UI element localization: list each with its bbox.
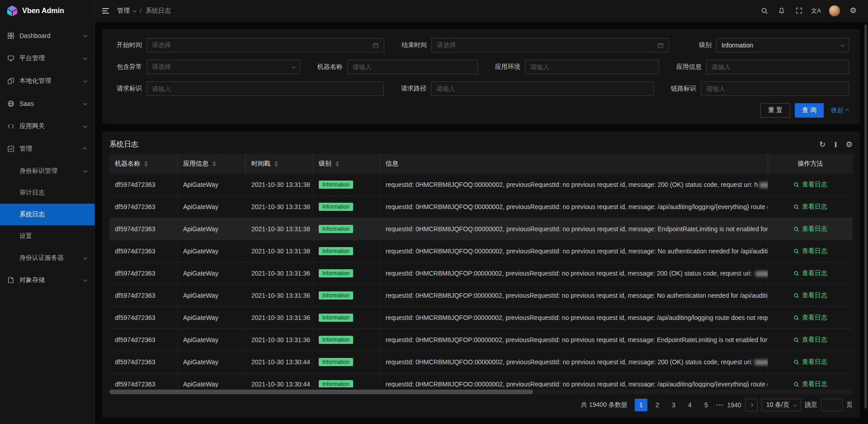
translate-icon[interactable]: 文A bbox=[807, 0, 825, 22]
column-header-4[interactable]: 级别 bbox=[313, 154, 380, 174]
page-button-3[interactable]: 3 bbox=[667, 399, 680, 411]
sidebar-item-gateway[interactable]: 应用网关 bbox=[0, 115, 94, 138]
timestamp-cell: 2021-10-30 13:31:36 bbox=[246, 329, 313, 351]
machine-name-cell: df5974d72363 bbox=[109, 240, 178, 262]
page-button-1[interactable]: 1 bbox=[635, 399, 647, 411]
fullscreen-icon[interactable] bbox=[790, 0, 807, 22]
view-log-link[interactable]: 查看日志 bbox=[793, 358, 827, 366]
sidebar-item-auth-server[interactable]: 身份认证服务器 bbox=[0, 247, 94, 269]
search-icon[interactable] bbox=[756, 0, 773, 22]
sidebar-item-audit-logs[interactable]: 审计日志 bbox=[0, 182, 94, 204]
message-cell: requestId: 0HMCRBM8JQFOP:00000002, previ… bbox=[380, 262, 768, 284]
level-cell: Information bbox=[313, 218, 380, 240]
table-row[interactable]: df5974d72363ApiGateWay2021-10-30 13:31:3… bbox=[109, 307, 853, 329]
page-button-2[interactable]: 2 bbox=[651, 399, 664, 411]
filter-field: 开始时间请选择 bbox=[113, 38, 384, 52]
table-row[interactable]: df5974d72363ApiGateWay2021-10-30 13:31:3… bbox=[109, 262, 853, 285]
vertical-scrollbar-thumb[interactable] bbox=[864, 24, 867, 409]
view-log-link[interactable]: 查看日志 bbox=[793, 247, 827, 255]
sidebar-item-saas[interactable]: Saas bbox=[0, 92, 94, 115]
level-badge: Information bbox=[319, 203, 353, 211]
text-input[interactable] bbox=[347, 60, 478, 74]
breadcrumb-menu[interactable]: 管理 bbox=[117, 7, 136, 15]
text-input[interactable] bbox=[431, 81, 654, 96]
chevron-down-icon bbox=[83, 56, 87, 60]
machine-name-cell: df5974d72363 bbox=[109, 262, 178, 284]
refresh-icon[interactable]: ↻ bbox=[819, 141, 826, 148]
view-log-link[interactable]: 查看日志 bbox=[793, 269, 827, 277]
column-settings-gear-icon[interactable]: ⚙ bbox=[846, 141, 853, 148]
action-cell: 查看日志 bbox=[768, 196, 853, 218]
view-log-link[interactable]: 查看日志 bbox=[793, 314, 827, 322]
message-cell: requestId: 0HMCRBM8JQFOQ:00000002, previ… bbox=[380, 174, 768, 195]
date-input[interactable]: 请选择 bbox=[431, 38, 669, 52]
settings-gear-icon[interactable]: ⚙ bbox=[844, 0, 862, 22]
view-log-link[interactable]: 查看日志 bbox=[793, 336, 827, 344]
notification-bell-icon[interactable] bbox=[773, 0, 790, 22]
view-log-link[interactable]: 查看日志 bbox=[793, 203, 827, 211]
filter-field: 请求路径 bbox=[397, 81, 654, 96]
sidebar-item-localization[interactable]: 本地化管理 bbox=[0, 70, 94, 92]
table-row[interactable]: df5974d72363ApiGateWay2021-10-30 13:31:3… bbox=[109, 196, 853, 218]
table-row[interactable]: df5974d72363ApiGateWay2021-10-30 13:31:3… bbox=[109, 174, 853, 196]
menu-fold-icon[interactable] bbox=[101, 6, 110, 15]
saas-icon bbox=[7, 100, 14, 107]
app-info-cell: ApiGateWay bbox=[178, 262, 246, 284]
text-input[interactable] bbox=[706, 60, 849, 74]
reset-button[interactable]: 重 置 bbox=[760, 103, 790, 118]
page-button-5[interactable]: 5 bbox=[700, 399, 712, 411]
logo-icon bbox=[6, 5, 18, 17]
collapse-filters-link[interactable]: 收起 bbox=[831, 106, 849, 114]
date-input[interactable]: 请选择 bbox=[146, 38, 384, 52]
sidebar-item-dashboard[interactable]: Dashboard bbox=[0, 24, 94, 47]
column-header-2[interactable]: 应用信息 bbox=[178, 154, 246, 174]
column-header-1[interactable]: 机器名称 bbox=[109, 154, 178, 174]
sidebar-menu: Dashboard平台管理本地化管理Saas应用网关管理身份标识管理审计日志系统… bbox=[0, 22, 94, 424]
sort-icon bbox=[212, 161, 216, 167]
table-row[interactable]: df5974d72363ApiGateWay2021-10-30 13:30:4… bbox=[109, 351, 853, 373]
sidebar-item-object-storage[interactable]: 对象存储 bbox=[0, 269, 94, 291]
page-size-select[interactable]: 10 条/页 bbox=[761, 399, 801, 411]
next-page-button[interactable] bbox=[745, 399, 758, 411]
scrollbar-thumb[interactable] bbox=[109, 390, 533, 394]
text-input[interactable] bbox=[525, 60, 659, 74]
user-avatar[interactable] bbox=[829, 5, 840, 17]
view-log-link[interactable]: 查看日志 bbox=[793, 380, 827, 387]
sidebar-item-identity[interactable]: 身份标识管理 bbox=[0, 160, 94, 182]
column-header-3[interactable]: 时间戳 bbox=[246, 154, 313, 174]
table-row[interactable]: df5974d72363ApiGateWay2021-10-30 13:31:3… bbox=[109, 329, 853, 351]
table-row[interactable]: df5974d72363ApiGateWay2021-10-30 13:31:3… bbox=[109, 218, 853, 240]
page-button-1940[interactable]: 1940 bbox=[727, 399, 741, 411]
sidebar-item-platform[interactable]: 平台管理 bbox=[0, 47, 94, 70]
level-badge: Information bbox=[319, 269, 353, 277]
filter-field: 应用信息 bbox=[673, 60, 849, 74]
view-log-link[interactable]: 查看日志 bbox=[793, 225, 827, 233]
page-button-4[interactable]: 4 bbox=[684, 399, 696, 411]
message-cell: requestId: 0HMCRBM8JQFOP:00000002, previ… bbox=[380, 329, 768, 351]
sidebar-item-management[interactable]: 管理 bbox=[0, 138, 94, 160]
select-input[interactable]: 请选择 bbox=[146, 60, 300, 74]
app-logo[interactable]: Vben Admin bbox=[0, 0, 94, 22]
select-input[interactable]: Information bbox=[716, 38, 849, 52]
vertical-scrollbar[interactable] bbox=[864, 24, 867, 420]
text-input[interactable] bbox=[146, 81, 384, 96]
row-height-icon[interactable]: I bbox=[834, 141, 837, 148]
text-input[interactable] bbox=[701, 81, 849, 96]
table-row[interactable]: df5974d72363ApiGateWay2021-10-30 13:31:3… bbox=[109, 240, 853, 262]
view-log-link[interactable]: 查看日志 bbox=[793, 181, 827, 189]
machine-name-cell: df5974d72363 bbox=[109, 329, 178, 351]
table-toolbar: ↻ I ⚙ bbox=[819, 141, 853, 148]
level-cell: Information bbox=[313, 373, 380, 387]
view-log-link[interactable]: 查看日志 bbox=[793, 291, 827, 300]
table-row[interactable]: df5974d72363ApiGateWay2021-10-30 13:31:3… bbox=[109, 285, 853, 307]
action-cell: 查看日志 bbox=[768, 351, 853, 373]
table-row[interactable]: df5974d72363ApiGateWay2021-10-30 13:30:4… bbox=[109, 373, 853, 387]
redacted-text bbox=[755, 271, 768, 276]
horizontal-scrollbar[interactable] bbox=[109, 390, 853, 394]
sidebar-item-system-logs[interactable]: 系统日志 bbox=[0, 204, 94, 225]
jump-page-input[interactable] bbox=[821, 399, 843, 411]
management-icon bbox=[7, 145, 14, 152]
query-button[interactable]: 查 询 bbox=[795, 103, 824, 118]
pagination-ellipsis[interactable]: ••• bbox=[716, 402, 724, 409]
sidebar-item-settings[interactable]: 设置 bbox=[0, 225, 94, 247]
